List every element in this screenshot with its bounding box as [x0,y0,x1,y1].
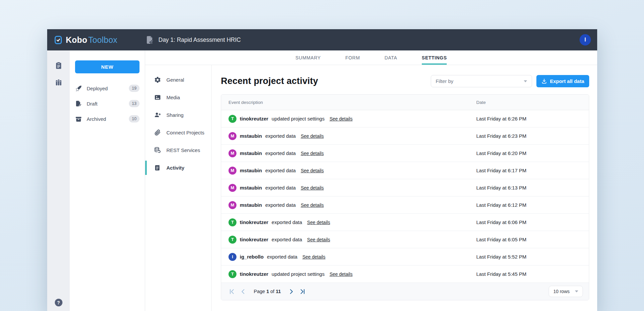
pagination: Page 1 of 11 [229,288,306,295]
media-icon [154,94,161,101]
app-window: Kobo Toolbox Day 1: Rapid Assessment HRI… [47,29,597,311]
draft-icon [75,100,82,107]
row-action-text: updated project settings [272,116,324,121]
rows-per-page-select[interactable]: 10 rows [549,286,583,297]
see-details-link[interactable]: See details [307,220,330,225]
see-details-link[interactable]: See details [301,168,323,173]
see-details-link[interactable]: See details [301,185,323,191]
row-username: tinokreutzer [240,116,268,121]
projects-sidebar: NEW Deployed 19 Draft 13 [70,50,145,311]
table-header-row: Event description Date [221,95,589,110]
brand-kobo: Kobo [66,35,87,45]
help-icon[interactable]: ? [55,299,62,306]
user-avatar-badge: T [229,270,236,278]
sidebar-item-label: Deployed [87,86,124,91]
settings-nav-general[interactable]: General [145,71,211,89]
settings-nav-label: REST Services [166,147,200,153]
page-title: Recent project activity [221,76,318,86]
settings-nav: General Media Sharing [145,65,212,311]
see-details-link[interactable]: See details [301,202,323,208]
paperclip-icon [154,129,161,136]
row-username: tinokreutzer [240,219,268,225]
see-details-link[interactable]: See details [329,272,352,277]
deployed-count-badge: 19 [129,85,139,92]
row-action-text: exported data [272,237,302,242]
new-project-button[interactable]: NEW [75,60,139,73]
user-avatar-badge: M [229,167,236,175]
rest-services-icon [154,147,161,154]
row-username: mstaubin [240,185,262,191]
table-row: T tinokreutzer exported data See details… [221,231,589,248]
settings-nav-label: General [166,77,184,83]
row-date: Last Friday at 6:13 PM [476,185,589,191]
row-username: mstaubin [240,133,262,139]
settings-nav-label: Media [166,95,180,100]
tab-summary[interactable]: SUMMARY [296,50,321,65]
settings-nav-sharing[interactable]: Sharing [145,106,211,124]
table-row: T tinokreutzer updated project settings … [221,110,589,127]
filter-by-select[interactable]: Filter by [431,75,532,87]
main-row: ? NEW Deployed 19 Draft 13 [47,50,597,311]
sidebar-item-draft[interactable]: Draft 13 [75,96,139,111]
table-row: T tinokreutzer exported data See details… [221,214,589,231]
activity-table: Event description Date T tinokreutzer up… [221,94,589,300]
previous-page-button[interactable] [240,288,247,295]
see-details-link[interactable]: See details [329,116,352,121]
row-date: Last Friday at 6:23 PM [476,133,589,139]
last-page-button[interactable] [299,288,306,295]
event-description-cell: M mstaubin exported data See details [229,201,476,209]
next-page-button[interactable] [288,288,295,295]
rows-per-page-label: 10 rows [553,289,570,294]
first-page-button[interactable] [229,288,235,295]
content-header: Recent project activity Filter by Export [221,75,589,87]
event-description-cell: I ig_rebollo exported data See details [229,253,476,261]
tab-data[interactable]: DATA [385,50,397,65]
row-date: Last Friday at 6:05 PM [476,237,589,242]
see-details-link[interactable]: See details [301,133,323,139]
kobo-logo-icon [54,36,63,44]
event-description-cell: T tinokreutzer exported data See details [229,218,476,226]
chevron-down-icon [575,290,578,292]
row-action-text: exported data [265,185,296,191]
row-date: Last Friday at 5:45 PM [476,271,589,277]
table-row: M mstaubin exported data See details Las… [221,179,589,196]
user-avatar[interactable]: I [580,34,591,45]
row-date: Last Friday at 6:17 PM [476,168,589,173]
tab-form[interactable]: FORM [345,50,360,65]
settings-region: SUMMARY FORM DATA SETTINGS General [145,50,597,311]
row-action-text: exported data [265,168,296,173]
settings-nav-media[interactable]: Media [145,89,211,106]
table-footer: Page 1 of 11 [221,283,589,300]
archived-count-badge: 10 [129,115,139,122]
see-details-link[interactable]: See details [301,151,323,156]
table-row: T tinokreutzer updated project settings … [221,266,589,283]
sidebar-item-archived[interactable]: Archived 10 [75,111,139,126]
projects-rail-icon[interactable] [55,62,62,69]
see-details-link[interactable]: See details [307,237,330,242]
sidebar-item-label: Archived [87,116,124,122]
export-all-data-button[interactable]: Export all data [536,75,589,87]
sidebar-item-deployed[interactable]: Deployed 19 [75,81,139,96]
topbar: Kobo Toolbox Day 1: Rapid Assessment HRI… [47,29,597,50]
library-rail-icon[interactable] [55,79,62,86]
settings-nav-rest-services[interactable]: REST Services [145,141,211,159]
settings-nav-connect-projects[interactable]: Connect Projects [145,124,211,141]
row-action-text: exported data [272,219,302,225]
see-details-link[interactable]: See details [302,254,325,260]
table-row: M mstaubin exported data See details Las… [221,196,589,214]
row-date: Last Friday at 5:52 PM [476,254,589,260]
project-filters: Deployed 19 Draft 13 Archived 10 [75,81,139,126]
settings-nav-activity[interactable]: Activity [145,159,211,177]
total-pages: 11 [276,289,281,294]
row-date: Last Friday at 6:26 PM [476,116,589,121]
tab-settings[interactable]: SETTINGS [422,50,447,65]
event-description-cell: M mstaubin exported data See details [229,149,476,157]
user-avatar-badge: M [229,201,236,209]
column-date: Date [476,100,589,105]
kobotoolbox-logo[interactable]: Kobo Toolbox [47,35,145,45]
table-row: M mstaubin exported data See details Las… [221,162,589,179]
settings-nav-label: Activity [166,165,184,171]
row-username: mstaubin [240,202,262,208]
download-icon [541,78,547,84]
event-description-cell: T tinokreutzer exported data See details [229,236,476,244]
